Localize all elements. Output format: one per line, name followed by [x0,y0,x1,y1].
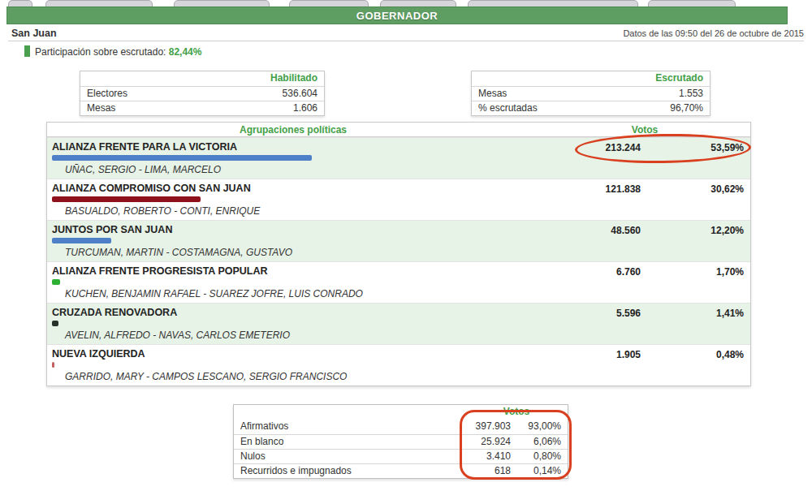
party-candidates: UÑAC, SERGIO - LIMA, MARCELO [65,164,221,175]
totals-row-label: Afirmativos [240,420,288,433]
party-percentage: 1,70% [679,266,744,278]
row-label: % escrutadas [478,101,538,115]
party-votes: 5.596 [551,308,641,319]
participation-bullet-icon [24,45,30,57]
row-label: Electores [87,87,127,101]
party-name: NUEVA IZQUIERDA [52,348,145,360]
table-row: % escrutadas 96,70% [472,101,710,115]
party-bar [52,155,312,161]
participation-line: Participación sobre escrutado: 82,44% [35,46,201,58]
row-label: Mesas [87,101,115,115]
region-title: San Juan [11,28,57,39]
party-candidates: KUCHEN, BENJAMIN RAFAEL - SUAREZ JOFRE, … [65,288,363,299]
row-value: 1.553 [679,87,703,101]
party-name: ALIANZA FRENTE PROGRESISTA POPULAR [52,265,268,277]
column-header-groups: Agrupaciones políticas [47,123,539,137]
results-rows: ALIANZA FRENTE PARA LA VICTORIA 213.244 … [47,137,750,386]
party-bar [52,279,60,285]
row-value: 96,70% [670,101,703,115]
data-timestamp: Datos de las 09:50 del 26 de octubre de … [623,28,804,38]
party-name: ALIANZA FRENTE PARA LA VICTORIA [52,141,237,153]
participation-value: 82,44% [169,46,202,58]
top-tab-6[interactable] [468,0,638,6]
party-name: CRUZADA RENOVADORA [52,307,177,318]
party-candidates: BASUALDO, ROBERTO - CONTI, ENRIQUE [65,205,260,217]
top-tab-3[interactable] [174,0,270,6]
party-candidates: GARRIDO, MARY - CAMPOS LESCANO, SERGIO F… [65,371,347,382]
party-name: ALIANZA COMPROMISO CON SAN JUAN [52,183,251,194]
top-tab-5[interactable] [380,0,456,6]
top-tab-7[interactable] [648,0,736,6]
party-candidates: TURCUMAN, MARTIN - COSTAMAGNA, GUSTAVO [65,247,292,258]
table-row: Mesas 1.606 [80,101,324,115]
habilitado-table: Habilitado Electores 536.604 Mesas 1.606 [80,71,325,116]
totals-highlight-circle [460,410,572,480]
party-row: ALIANZA COMPROMISO CON SAN JUAN 121.838 … [47,179,750,220]
party-percentage: 12,20% [679,225,744,236]
party-votes: 48.560 [551,225,641,236]
party-row: CRUZADA RENOVADORA 5.596 1,41% AVELIN, A… [47,303,750,344]
party-votes: 121.838 [551,183,641,195]
party-row: ALIANZA FRENTE PROGRESISTA POPULAR 6.760… [47,261,750,303]
row-value: 536.604 [283,87,317,101]
party-percentage: 30,62% [679,183,744,195]
top-tab-4[interactable] [289,0,369,6]
party-bar [52,321,58,326]
header-divider [8,41,804,41]
party-percentage: 0,48% [679,349,744,360]
escrutado-table: Escrutado Mesas 1.553 % escrutadas 96,70… [471,71,710,116]
party-name: JUNTOS POR SAN JUAN [52,224,172,235]
habilitado-title: Habilitado [80,71,324,86]
party-votes: 6.760 [551,266,641,278]
table-row: Electores 536.604 [80,86,324,101]
top-tab-1[interactable] [8,0,32,6]
table-row: Mesas 1.553 [472,86,710,101]
party-votes: 1.905 [551,349,641,360]
party-candidates: AVELIN, ALFREDO - NAVAS, CARLOS EMETERIO [65,330,290,341]
row-value: 1.606 [293,101,317,115]
totals-row-label: En blanco [240,435,283,449]
party-bar [52,238,111,243]
totals-row-label: Nulos [240,450,266,463]
party-percentage: 1,41% [679,308,744,319]
party-row: NUEVA IZQUIERDA 1.905 0,48% GARRIDO, MAR… [47,344,750,386]
party-bar [52,196,201,202]
party-bar [52,362,54,368]
party-row: JUNTOS POR SAN JUAN 48.560 12,20% TURCUM… [47,220,750,261]
row-label: Mesas [478,87,507,101]
participation-label: Participación sobre escrutado: [35,46,166,58]
escrutado-title: Escrutado [472,71,710,86]
totals-row-label: Recurridos e impugnados [240,464,352,478]
top-tab-strip [0,0,812,6]
top-tab-2[interactable] [45,0,153,6]
category-title-bar: GOBERNADOR [6,6,788,24]
